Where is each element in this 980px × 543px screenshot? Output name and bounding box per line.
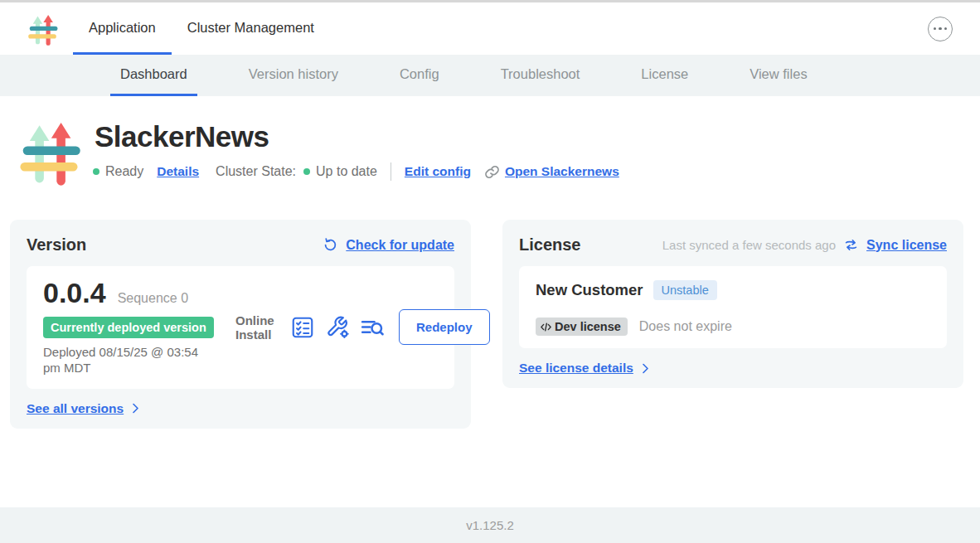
license-expiry-text: Does not expire [639,319,732,334]
subnav-dashboard-label: Dashboard [120,66,187,82]
cluster-state-label: Cluster State: [216,164,296,179]
check-for-update-link[interactable]: Check for update [346,238,454,253]
subnav-item-config[interactable]: Config [390,55,449,96]
page-title: SlackerNews [95,120,619,153]
subnav-license-label: License [641,66,688,82]
version-sequence: Sequence 0 [118,291,188,306]
external-link-chain-icon [484,164,500,180]
dashboard-cards: Version Check for update 0.0.4 Sequence … [10,220,963,429]
tab-application[interactable]: Application [73,2,172,55]
subnav-troubleshoot-label: Troubleshoot [501,66,580,82]
subnav-item-dashboard[interactable]: Dashboard [110,55,197,96]
app-logo-icon[interactable] [27,2,59,55]
sync-arrows-icon [843,237,859,253]
slackernews-app-icon [18,114,83,189]
tab-cluster-management[interactable]: Cluster Management [172,2,330,55]
current-version-panel: 0.0.4 Sequence 0 Currently deployed vers… [27,266,454,389]
channel-badge: Unstable [653,280,717,300]
sub-nav: Dashboard Version history Config Trouble… [0,55,980,96]
cluster-state-dot [303,168,310,175]
cluster-state-text: Up to date [316,164,377,179]
slackernews-logo-icon [27,12,59,46]
subnav-version-history-label: Version history [249,66,338,82]
subnav-item-troubleshoot[interactable]: Troubleshoot [491,55,590,96]
footer: v1.125.2 [0,507,980,543]
tab-application-label: Application [89,20,156,36]
subnav-item-view-files[interactable]: View files [740,55,817,96]
edit-config-link[interactable]: Edit config [405,164,471,179]
license-card: License Last synced a few seconds ago Sy… [502,220,963,388]
license-type-badge-label: Dev license [555,320,621,333]
version-card-title: Version [27,235,86,255]
last-synced-text: Last synced a few seconds ago [662,238,836,252]
refresh-icon [323,237,338,253]
install-type-label: Online Install [235,313,280,342]
chevron-right-icon [129,402,142,415]
subnav-item-license[interactable]: License [631,55,698,96]
top-tab-bar: Application Cluster Management [73,2,330,55]
app-status-row: Ready Details Cluster State: Up to date … [93,162,619,181]
version-card: Version Check for update 0.0.4 Sequence … [10,220,471,429]
tab-cluster-management-label: Cluster Management [187,20,314,36]
top-nav: Application Cluster Management [0,2,980,55]
overflow-menu-button[interactable] [928,17,953,41]
code-icon [540,321,552,333]
chevron-right-icon [639,362,652,375]
see-license-details-link[interactable]: See license details [519,361,633,376]
ellipsis-icon [934,27,937,31]
subnav-item-version-history[interactable]: Version history [239,55,348,96]
version-number: 0.0.4 [43,279,106,307]
view-logs-icon[interactable] [360,315,385,340]
app-status-text: Ready [105,164,143,179]
deployed-timestamp: Deployed 08/15/25 @ 03:54 pm MDT [43,345,213,376]
preflight-checklist-icon[interactable] [290,315,315,340]
see-all-versions-link[interactable]: See all versions [27,401,124,416]
app-ready-dot [93,168,99,175]
currently-deployed-badge: Currently deployed version [43,317,214,338]
license-card-title: License [519,235,580,255]
license-type-badge: Dev license [536,318,628,336]
sync-license-link[interactable]: Sync license [866,238,947,253]
subnav-view-files-label: View files [750,66,807,82]
subnav-config-label: Config [400,66,439,82]
console-version: v1.125.2 [466,518,514,532]
ellipsis-icon [939,27,942,31]
customer-name: New Customer [536,281,643,299]
details-link[interactable]: Details [157,164,199,179]
dashboard-main: SlackerNews Ready Details Cluster State:… [0,96,980,507]
app-icon [18,114,83,192]
open-app-link[interactable]: Open Slackernews [505,164,619,179]
divider [391,162,391,181]
ellipsis-icon [944,27,948,31]
license-detail-panel: New Customer Unstable Dev license Does n… [519,266,947,348]
redeploy-button[interactable]: Redeploy [399,309,490,345]
config-wrench-gear-icon[interactable] [325,315,350,340]
app-header: SlackerNews Ready Details Cluster State:… [18,114,963,192]
